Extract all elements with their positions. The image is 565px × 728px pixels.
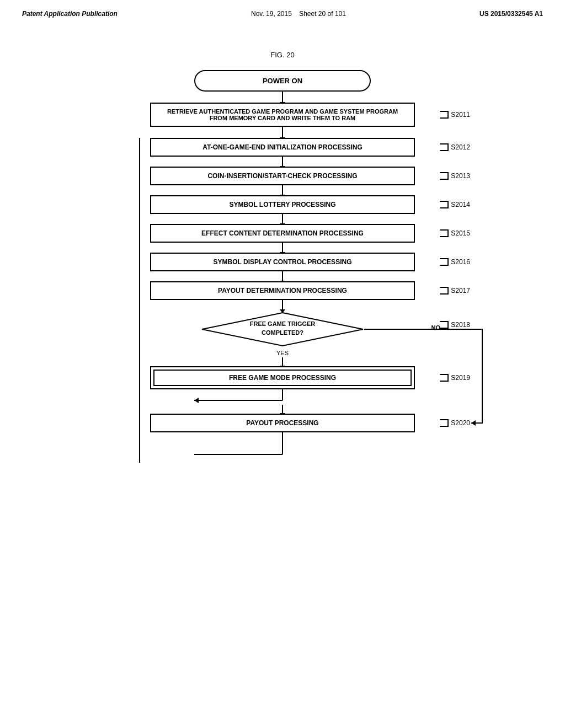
arrow-4 (282, 185, 283, 195)
header-center: Nov. 19, 2015 Sheet 20 of 101 (251, 10, 346, 18)
s2019-row: FREE GAME MODE PROCESSING S2019 (95, 366, 470, 389)
back-arrow-row (150, 389, 415, 405)
arrow-10 (282, 405, 283, 414)
arrow-1 (282, 92, 283, 103)
loop-section: AT-ONE-GAME-END INITIALIZATION PROCESSIN… (95, 138, 470, 463)
s2016-label: S2016 (440, 258, 470, 266)
arrow-6 (282, 243, 283, 253)
svg-text:FREE GAME TRIGGER: FREE GAME TRIGGER (250, 320, 316, 327)
s2015-node: EFFECT CONTENT DETERMINATION PROCESSING (150, 224, 415, 243)
page-header: Patent Application Publication Nov. 19, … (0, 0, 565, 18)
s2018-label: S2018 (440, 321, 470, 329)
s2014-label: S2014 (440, 201, 470, 208)
arrow-3 (282, 157, 283, 167)
header-left: Patent Application Publication (22, 10, 118, 18)
s2019-label: S2019 (440, 374, 470, 382)
s2017-row: PAYOUT DETERMINATION PROCESSING S2017 (95, 281, 470, 300)
s2011-row: RETRIEVE AUTHENTICATED GAME PROGRAM AND … (95, 103, 470, 127)
arrow-5 (282, 214, 283, 224)
s2013-row: COIN-INSERTION/START-CHECK PROCESSING S2… (95, 167, 470, 185)
loop-back-svg (150, 432, 415, 463)
loop-back-row (150, 432, 415, 463)
s2018-row: FREE GAME TRIGGER COMPLETED? S2018 NO (95, 310, 470, 349)
s2017-node: PAYOUT DETERMINATION PROCESSING (150, 281, 415, 300)
s2018-diamond-svg: FREE GAME TRIGGER COMPLETED? (200, 311, 365, 348)
s2011-label: S2011 (440, 111, 470, 119)
yes-label-row: YES (95, 349, 470, 357)
s2016-row: SYMBOL DISPLAY CONTROL PROCESSING S2016 (95, 253, 470, 271)
s2011-node: RETRIEVE AUTHENTICATED GAME PROGRAM AND … (150, 103, 415, 127)
svg-marker-5 (194, 398, 199, 403)
yes-label: YES (95, 350, 470, 356)
arrow-8 (282, 300, 283, 310)
s2014-node: SYMBOL LOTTERY PROCESSING (150, 195, 415, 214)
arrow-7 (282, 271, 283, 281)
arrow-9 (282, 357, 283, 366)
s2019-node: FREE GAME MODE PROCESSING (150, 366, 415, 389)
back-arrow-svg (150, 389, 415, 405)
s2015-row: EFFECT CONTENT DETERMINATION PROCESSING … (95, 224, 470, 243)
s2014-row: SYMBOL LOTTERY PROCESSING S2014 (95, 195, 470, 214)
s2018-no-label: NO (431, 324, 441, 331)
arrow-2 (282, 127, 283, 138)
power-on-row: POWER ON (95, 70, 470, 92)
s2020-node: PAYOUT PROCESSING (150, 414, 415, 432)
flowchart: POWER ON RETRIEVE AUTHENTICATED GAME PRO… (95, 70, 470, 463)
s2017-label: S2017 (440, 287, 470, 295)
s2013-label: S2013 (440, 172, 470, 180)
s2013-node: COIN-INSERTION/START-CHECK PROCESSING (150, 167, 415, 185)
s2020-row: PAYOUT PROCESSING S2020 (95, 414, 470, 432)
header-right: US 2015/0332545 A1 (479, 10, 543, 18)
s2016-node: SYMBOL DISPLAY CONTROL PROCESSING (150, 253, 415, 271)
s2012-node: AT-ONE-GAME-END INITIALIZATION PROCESSIN… (150, 138, 415, 157)
s2015-label: S2015 (440, 229, 470, 237)
s2020-label: S2020 (440, 419, 470, 427)
s2012-row: AT-ONE-GAME-END INITIALIZATION PROCESSIN… (95, 138, 470, 157)
s2012-label: S2012 (440, 143, 470, 151)
main-content: FIG. 20 POWER ON RETRIEVE AUTHENTICATED … (0, 18, 565, 463)
power-on-node: POWER ON (194, 70, 371, 92)
svg-text:COMPLETED?: COMPLETED? (262, 329, 303, 336)
figure-label: FIG. 20 (270, 51, 294, 59)
